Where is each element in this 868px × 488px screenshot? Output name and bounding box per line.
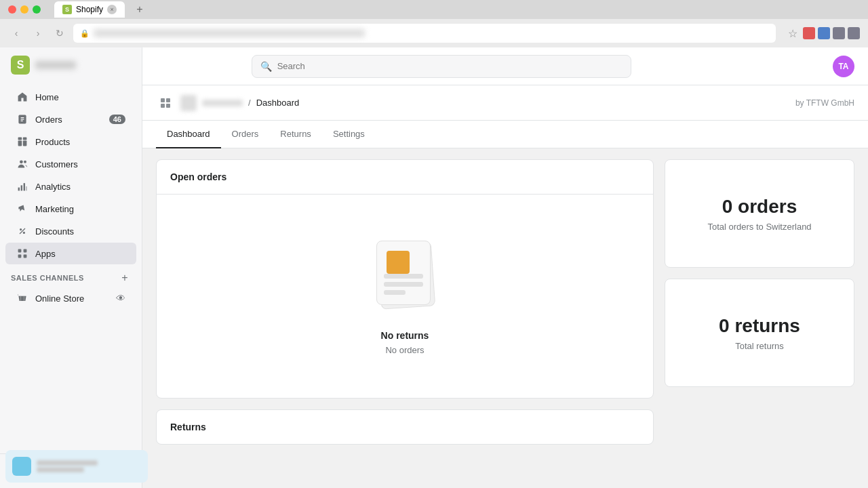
- open-orders-card: Open orders: [156, 159, 654, 399]
- shopify-logo: S: [11, 56, 30, 75]
- open-orders-card-body: No returns No orders: [157, 195, 653, 398]
- browser-toolbar: ‹ › ↻ 🔒 ☆: [0, 19, 868, 47]
- app-container: S Home Orders 46: [0, 47, 868, 488]
- tab-close-button[interactable]: ×: [107, 5, 117, 14]
- empty-state-subtitle: No orders: [385, 345, 424, 355]
- svg-rect-4: [18, 140, 22, 146]
- sidebar-header: S: [0, 47, 142, 83]
- search-icon: 🔍: [260, 61, 272, 72]
- ext-btn-1[interactable]: [803, 27, 815, 39]
- sidebar-item-online-store[interactable]: Online Store 👁: [5, 287, 136, 309]
- extension-buttons: [803, 27, 860, 39]
- minimize-traffic-light[interactable]: [20, 5, 28, 14]
- lock-icon: 🔒: [80, 29, 90, 38]
- notification-text-1: [37, 460, 98, 466]
- svg-rect-24: [161, 98, 165, 102]
- sidebar-item-home[interactable]: Home: [5, 86, 136, 108]
- avatar[interactable]: TA: [833, 56, 854, 77]
- sidebar-item-customers[interactable]: Customers: [5, 153, 136, 175]
- orders-stat-card: 0 orders Total orders to Switzerland: [665, 159, 854, 268]
- address-bar[interactable]: 🔒: [73, 24, 776, 43]
- svg-rect-26: [161, 104, 165, 108]
- content-area: Open orders: [142, 148, 868, 488]
- marketing-icon: [16, 203, 28, 215]
- analytics-icon: [16, 180, 28, 192]
- returns-card-header: Returns: [157, 410, 653, 444]
- ext-btn-3[interactable]: [833, 27, 845, 39]
- forward-button[interactable]: ›: [30, 25, 46, 41]
- notification-content: [37, 459, 98, 474]
- sidebar-item-customers-label: Customers: [35, 159, 125, 169]
- breadcrumb-separator: /: [248, 98, 251, 108]
- notification-text-2: [37, 467, 84, 472]
- close-traffic-light[interactable]: [8, 5, 16, 14]
- customers-icon: [16, 158, 28, 170]
- sidebar-item-discounts-label: Discounts: [35, 226, 125, 237]
- sidebar: S Home Orders 46: [0, 47, 142, 488]
- add-sales-channel-button[interactable]: +: [119, 272, 131, 284]
- orders-badge: 46: [109, 115, 125, 124]
- tab-orders[interactable]: Orders: [221, 121, 270, 148]
- ext-btn-4[interactable]: [848, 27, 860, 39]
- sidebar-item-orders-label: Orders: [35, 115, 102, 125]
- sidebar-item-apps[interactable]: Apps: [5, 243, 136, 264]
- svg-rect-19: [18, 255, 22, 258]
- svg-point-9: [24, 161, 26, 163]
- svg-point-14: [20, 228, 22, 230]
- breadcrumb-store: [202, 100, 243, 106]
- topbar: 🔍 TA: [142, 47, 868, 85]
- search-input[interactable]: [277, 61, 623, 71]
- svg-point-8: [20, 160, 23, 163]
- orders-stat-label: Total orders to Switzerland: [707, 222, 811, 232]
- sidebar-item-orders[interactable]: Orders 46: [5, 108, 136, 130]
- breadcrumb-app-icon: [180, 95, 197, 111]
- sidebar-item-home-label: Home: [35, 92, 125, 102]
- sales-channels-label: SALES CHANNELS: [11, 274, 84, 282]
- tab-dashboard[interactable]: Dashboard: [156, 121, 221, 148]
- home-icon: [16, 91, 28, 103]
- svg-rect-6: [18, 138, 22, 140]
- tab-settings[interactable]: Settings: [322, 121, 376, 148]
- products-icon: [16, 136, 28, 148]
- main-content: 🔍 TA / Dashboard by TFTW GmbH Dashboard …: [142, 47, 868, 488]
- maximize-traffic-light[interactable]: [33, 5, 41, 14]
- svg-rect-11: [21, 185, 22, 190]
- browser-chrome: S Shopify × + ‹ › ↻ 🔒 ☆: [0, 0, 868, 47]
- svg-rect-5: [23, 140, 27, 146]
- notification-icon: [12, 457, 31, 476]
- svg-rect-20: [24, 255, 27, 258]
- returns-stat-card: 0 returns Total returns: [665, 279, 854, 387]
- back-button[interactable]: ‹: [8, 25, 24, 41]
- breadcrumb-current: Dashboard: [256, 98, 300, 108]
- sidebar-item-discounts[interactable]: Discounts: [5, 220, 136, 242]
- svg-rect-18: [24, 249, 27, 253]
- orders-icon: [16, 113, 28, 125]
- ext-btn-2[interactable]: [818, 27, 830, 39]
- empty-state-illustration: [364, 238, 446, 319]
- sidebar-item-products[interactable]: Products: [5, 131, 136, 152]
- svg-rect-12: [24, 183, 25, 190]
- sidebar-item-analytics[interactable]: Analytics: [5, 176, 136, 197]
- new-tab-button[interactable]: +: [133, 3, 146, 16]
- reload-button[interactable]: ↻: [52, 25, 68, 41]
- by-label: by TFTW GmbH: [795, 98, 854, 108]
- tab-title: Shopify: [76, 5, 103, 14]
- svg-rect-13: [26, 186, 27, 190]
- online-store-icon: [16, 292, 28, 304]
- browser-tab[interactable]: S Shopify ×: [54, 1, 125, 18]
- svg-rect-10: [18, 188, 20, 191]
- sidebar-nav: Home Orders 46 Products: [0, 83, 142, 453]
- breadcrumb-grid-icon: [156, 94, 175, 113]
- search-bar[interactable]: 🔍: [252, 55, 631, 78]
- open-orders-card-header: Open orders: [157, 160, 653, 195]
- browser-action-buttons: ☆: [787, 27, 860, 39]
- eye-icon[interactable]: 👁: [116, 293, 125, 304]
- sales-channels-section: SALES CHANNELS +: [0, 265, 142, 287]
- sidebar-item-marketing[interactable]: Marketing: [5, 198, 136, 220]
- svg-rect-7: [23, 138, 27, 140]
- open-orders-title: Open orders: [170, 171, 226, 182]
- main-panel: Open orders: [156, 159, 654, 477]
- discounts-icon: [16, 225, 28, 237]
- bookmark-button[interactable]: ☆: [787, 27, 799, 39]
- tab-returns[interactable]: Returns: [269, 121, 322, 148]
